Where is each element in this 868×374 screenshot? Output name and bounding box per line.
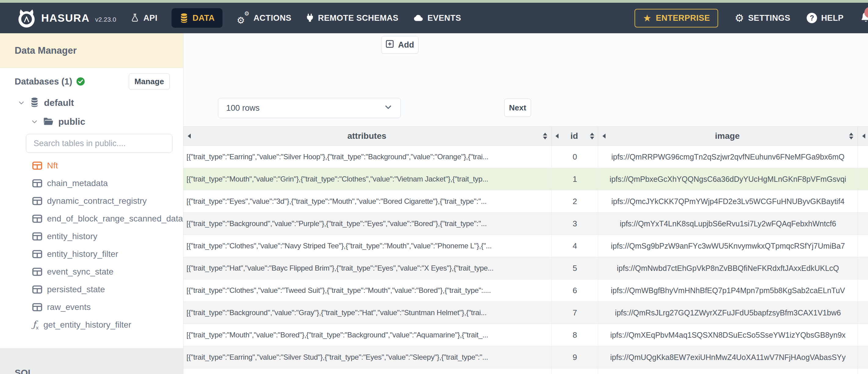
- chevron-down-icon[interactable]: [18, 99, 25, 106]
- sidebar-table-Nft[interactable]: Nft: [0, 157, 183, 175]
- cell-image[interactable]: ipfs://QmRRPWG96cmgTn2qSzjwr2qvfNEuhunv6…: [598, 146, 858, 168]
- cell-attributes[interactable]: [{"trait_type":"Clothes","value":"Navy S…: [183, 235, 552, 257]
- collapse-column-icon[interactable]: [188, 134, 191, 138]
- table-row-8[interactable]: [{"trait_type":"Mouth","value":"Bored"},…: [183, 324, 868, 346]
- sidebar-table-entity_history[interactable]: entity_history: [0, 227, 183, 245]
- enterprise-button[interactable]: ★ ENTERPRISE: [634, 9, 718, 27]
- cell-image[interactable]: ipfs://QmNwbd7ctEhGpVkP8nZvBBQfiNeFKRdxf…: [598, 257, 858, 279]
- cell-image[interactable]: ipfs://QmRsJLrg27GQ1ZWyrXZFuJFdU5bapfzsy…: [598, 302, 858, 324]
- table-icon: [32, 197, 42, 205]
- cell-attributes[interactable]: [{"trait_type":"Mouth","value":"Bored"},…: [183, 324, 552, 346]
- cell-id[interactable]: 3: [552, 213, 598, 235]
- sidebar: Data Manager Databases (1) Manage defaul…: [0, 33, 183, 374]
- cell-attributes[interactable]: [{"trait_type":"Background","value":"Pur…: [183, 213, 552, 235]
- table-row-7[interactable]: [{"trait_type":"Background","value":"Gra…: [183, 302, 868, 324]
- cell-id[interactable]: 5: [552, 257, 598, 279]
- notifications-button[interactable]: 8: [860, 11, 868, 25]
- brand-wordmark[interactable]: HASURA: [41, 12, 90, 24]
- collapse-column-icon[interactable]: [862, 134, 865, 138]
- cell-attributes[interactable]: [{"trait_type":"Earring","value":"Silver…: [183, 346, 552, 368]
- sort-icon[interactable]: [543, 133, 547, 139]
- nav-item-remote-schemas[interactable]: REMOTE SCHEMAS: [306, 13, 399, 23]
- cell-clipped: [858, 302, 868, 324]
- collapse-column-icon[interactable]: [555, 134, 559, 138]
- cell-id[interactable]: 1: [552, 168, 598, 190]
- nav-item-help[interactable]: ? HELP: [807, 13, 844, 23]
- nav-label: REMOTE SCHEMAS: [318, 13, 399, 23]
- cell-id[interactable]: [552, 369, 598, 374]
- table-row-6[interactable]: [{"trait_type":"Clothes","value":"Tweed …: [183, 279, 868, 302]
- table-icon: [32, 161, 42, 170]
- bell-icon: [860, 19, 868, 24]
- table-name: chain_metadata: [47, 179, 108, 188]
- cell-image[interactable]: ipfs://QmPbxeGcXhYQQNgsC6a36dDyYUcHgMLnG…: [598, 168, 858, 190]
- sort-icon[interactable]: [590, 133, 594, 139]
- search-tables-input[interactable]: [26, 134, 173, 153]
- cell-attributes[interactable]: [{"trait_type":"Hat","value":"Bayc Flipp…: [183, 257, 552, 279]
- table-row-9[interactable]: [{"trait_type":"Earring","value":"Silver…: [183, 346, 868, 369]
- cell-clipped: [858, 235, 868, 257]
- cell-clipped: [858, 168, 868, 190]
- nav-item-api[interactable]: API: [130, 13, 157, 23]
- navbar-right: ★ ENTERPRISE ⚙ SETTINGS ? HELP 8: [634, 9, 864, 27]
- cell-image[interactable]: ipfs://QmXEqPbvM4aq1SQSXN8DSuEcSo5SseYW1…: [598, 324, 858, 346]
- nav-item-settings[interactable]: ⚙ SETTINGS: [735, 13, 790, 23]
- hasura-logo-icon[interactable]: [17, 8, 36, 28]
- sidebar-function-get_entity_history_filter[interactable]: ƒx get_entity_history_filter: [0, 316, 183, 334]
- rows-per-page-select[interactable]: 100 rows: [218, 98, 401, 118]
- sort-icon[interactable]: [849, 133, 854, 139]
- table-row-0[interactable]: [{"trait_type":"Earring","value":"Silver…: [183, 146, 868, 168]
- cell-image[interactable]: ipfs://QmUQgKka8EW7exiUHnMwZ4UoXA11wV7NF…: [598, 346, 858, 368]
- table-row-3[interactable]: [{"trait_type":"Background","value":"Pur…: [183, 213, 868, 235]
- collapse-column-icon[interactable]: [602, 134, 606, 138]
- sidebar-table-dynamic_contract_registry[interactable]: dynamic_contract_registry: [0, 192, 183, 210]
- table-row-1[interactable]: [{"trait_type":"Mouth","value":"Grin"},{…: [183, 168, 868, 190]
- cell-id[interactable]: 6: [552, 279, 598, 302]
- content: Data Manager Databases (1) Manage defaul…: [0, 33, 868, 374]
- cell-id[interactable]: 9: [552, 346, 598, 368]
- cell-image[interactable]: ipfs://QmSg9bPzW9anFYc3wWU5KnvymwkxQTpmq…: [598, 235, 858, 257]
- cell-attributes[interactable]: [{"trait_type":"Eyes","value":"3d"},{"tr…: [183, 190, 552, 212]
- cell-id[interactable]: 8: [552, 324, 598, 346]
- table-row-2[interactable]: [{"trait_type":"Eyes","value":"3d"},{"tr…: [183, 190, 868, 213]
- table-row-4[interactable]: [{"trait_type":"Clothes","value":"Navy S…: [183, 235, 868, 257]
- table-icon: [32, 268, 42, 276]
- sidebar-table-entity_history_filter[interactable]: entity_history_filter: [0, 245, 183, 263]
- tree-item-schema-public[interactable]: public: [0, 113, 183, 130]
- add-row-button[interactable]: Add: [381, 36, 418, 54]
- sql-section-label[interactable]: SQL: [14, 368, 183, 374]
- cell-id[interactable]: 7: [552, 302, 598, 324]
- nav-item-data[interactable]: DATA: [172, 8, 223, 28]
- sidebar-table-raw_events[interactable]: raw_events: [0, 298, 183, 316]
- table-row-5[interactable]: [{"trait_type":"Hat","value":"Bayc Flipp…: [183, 257, 868, 279]
- sidebar-table-end_of_block_range_scanned_data[interactable]: end_of_block_range_scanned_data: [0, 210, 183, 227]
- cell-attributes[interactable]: [{"trait_type":"Clothes","value":"Tweed …: [183, 279, 552, 302]
- cell-image[interactable]: ipfs://QmYxT4LnK8sqLupjbS6eRvu1si7Ly2wFQ…: [598, 213, 858, 235]
- sidebar-table-event_sync_state[interactable]: event_sync_state: [0, 263, 183, 281]
- manage-button[interactable]: Manage: [129, 73, 170, 90]
- nav-item-actions[interactable]: ⚙⚙ ACTIONS: [237, 12, 291, 24]
- chevron-down-icon[interactable]: [31, 118, 38, 125]
- databases-count-label: Databases (1): [14, 76, 72, 87]
- nav-label: EVENTS: [427, 13, 461, 23]
- cell-image[interactable]: ipfs://QmcJYkCKK7QPmYWjp4FD2e3Lv5WCGFuHN…: [598, 190, 858, 212]
- sidebar-table-persisted_state[interactable]: persisted_state: [0, 281, 183, 298]
- cell-id[interactable]: 0: [552, 146, 598, 168]
- cell-id[interactable]: 4: [552, 235, 598, 257]
- next-page-button[interactable]: Next: [504, 98, 531, 117]
- nav-item-events[interactable]: EVENTS: [412, 13, 461, 23]
- databases-row: Databases (1) Manage: [14, 72, 170, 91]
- cell-attributes[interactable]: [{"trait_type":"Background","value":"Gra…: [183, 302, 552, 324]
- cell-image[interactable]: [598, 369, 858, 374]
- version-label: v2.23.0: [95, 16, 116, 23]
- cell-clipped: [858, 369, 868, 374]
- cell-id[interactable]: 2: [552, 190, 598, 212]
- cell-attributes[interactable]: [{"trait_type":"Mouth","value":"Grin"},{…: [183, 168, 552, 190]
- cell-attributes[interactable]: [{"trait_type":"Earring","value":"Silver…: [183, 146, 552, 168]
- cell-image[interactable]: ipfs://QmWBgfBhyVmHNhBfEQ7p1P4Mpn7pm5b8K…: [598, 279, 858, 302]
- rows-per-page-value: 100 rows: [226, 103, 260, 113]
- cell-attributes[interactable]: [{"trait_: [183, 369, 552, 374]
- tree-item-database-default[interactable]: default: [0, 94, 183, 111]
- table-row-clipped[interactable]: [{"trait_: [183, 369, 868, 374]
- sidebar-table-chain_metadata[interactable]: chain_metadata: [0, 175, 183, 192]
